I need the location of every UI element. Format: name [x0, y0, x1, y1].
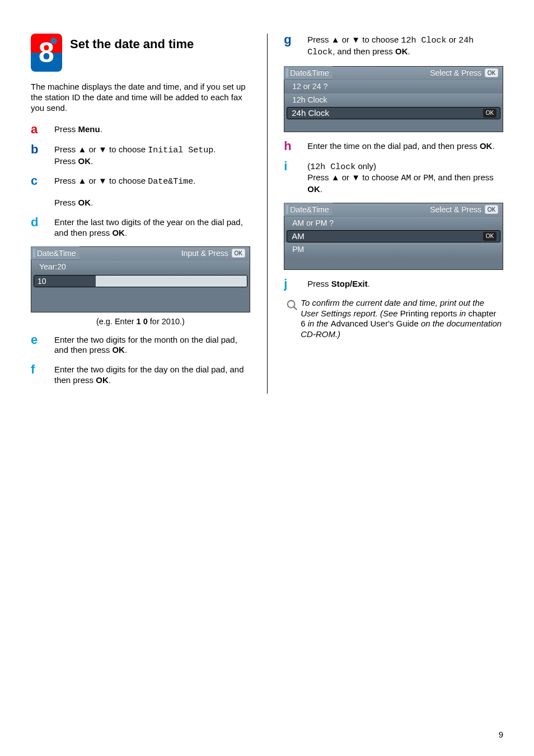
- column-separator: [267, 34, 268, 394]
- ok-chip: OK: [485, 68, 498, 77]
- lcd-tab: Date&Time: [284, 203, 332, 216]
- step-g: g Press ▲ or ▼ to choose 12h Clock or 24…: [284, 34, 503, 58]
- lcd-year: Date&Time Input & PressOK Year:20 10: [31, 246, 250, 312]
- lcd-tab: Date&Time: [284, 66, 332, 80]
- step-letter: d: [31, 216, 54, 239]
- step-letter: h: [284, 140, 307, 152]
- step-letter: c: [31, 175, 54, 208]
- magnifier-icon: [284, 298, 301, 340]
- step-e: e Enter the two digits for the month on …: [31, 334, 250, 356]
- step-number-badge: 8: [31, 34, 62, 72]
- ok-dark-chip: OK: [483, 109, 496, 118]
- tip-text: To confirm the current date and time, pr…: [301, 298, 503, 340]
- step-letter: j: [284, 278, 307, 290]
- ok-chip: OK: [232, 249, 245, 258]
- step-d: d Enter the last two digits of the year …: [31, 216, 250, 239]
- tip: To confirm the current date and time, pr…: [284, 298, 503, 340]
- step-c: c Press ▲ or ▼ to choose Date&Time. Pres…: [31, 175, 250, 208]
- lcd-am-pm: Date&Time Select & PressOK AM or PM ? AM…: [284, 203, 503, 270]
- step-letter: e: [31, 334, 54, 356]
- lcd-clock-mode: Date&Time Select & PressOK 12 or 24 ? 12…: [284, 66, 503, 132]
- svg-point-0: [288, 301, 295, 308]
- step-a: a Press Menu.: [31, 123, 250, 136]
- step-letter: b: [31, 143, 54, 167]
- section-title: Set the date and time: [70, 34, 194, 52]
- step-b: b Press ▲ or ▼ to choose Initial Setup. …: [31, 143, 250, 167]
- step-letter: f: [31, 363, 54, 386]
- step-j: j Press Stop/Exit.: [284, 278, 503, 290]
- svg-line-1: [294, 307, 297, 310]
- step-h: h Enter the time on the dial pad, and th…: [284, 140, 503, 152]
- lcd-tab: Date&Time: [31, 246, 79, 260]
- page-number: 9: [499, 730, 503, 739]
- ok-dark-chip: OK: [483, 232, 496, 241]
- step-letter: g: [284, 34, 307, 58]
- step-letter: i: [284, 160, 307, 195]
- ok-chip: OK: [485, 205, 498, 214]
- step-letter: a: [31, 123, 54, 136]
- step-f: f Enter the two digits for the day on th…: [31, 363, 250, 386]
- lcd-caption: (e.g. Enter 1 0 for 2010.): [31, 317, 250, 326]
- lcd-highlight-row: AM OK: [287, 230, 500, 242]
- step-i: i (12h Clock only) Press ▲ or ▼ to choos…: [284, 160, 503, 195]
- lcd-highlight-row: 24h Clock OK: [287, 107, 500, 119]
- step-number: 8: [39, 36, 54, 69]
- intro-text: The machine displays the date and time, …: [31, 82, 250, 113]
- section-header: 8 Set the date and time: [31, 34, 250, 72]
- lcd-input: 10: [34, 275, 247, 287]
